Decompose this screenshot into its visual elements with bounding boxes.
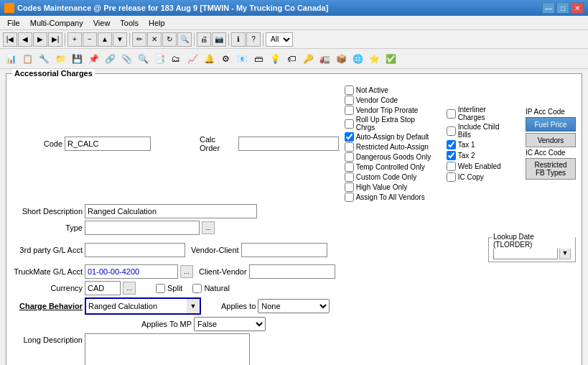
menu-tools[interactable]: Tools bbox=[116, 18, 143, 28]
info-btn[interactable]: ℹ bbox=[231, 32, 246, 47]
interliner-check[interactable] bbox=[447, 109, 456, 119]
title-bar-text: Codes Maintenance @ Pre release for 183 … bbox=[17, 4, 328, 12]
icon-20[interactable]: 🚛 bbox=[317, 51, 332, 67]
calc-order-input[interactable] bbox=[238, 137, 339, 151]
icon-4[interactable]: 📁 bbox=[52, 51, 68, 67]
code-input[interactable] bbox=[65, 137, 151, 151]
dangerous-goods-check[interactable] bbox=[345, 152, 354, 162]
icon-3[interactable]: 🔧 bbox=[36, 51, 52, 67]
icon-12[interactable]: 📈 bbox=[185, 51, 200, 67]
right-buttons-col: IP Acc Code Fuel Price Vendors IC Acc Co… bbox=[526, 108, 576, 180]
temp-controlled-check[interactable] bbox=[345, 162, 354, 172]
truckmate-gl-browse[interactable]: ... bbox=[180, 265, 193, 278]
high-value-check[interactable] bbox=[345, 182, 354, 192]
icon-24[interactable]: ✅ bbox=[383, 51, 398, 67]
type-input[interactable] bbox=[85, 221, 200, 235]
long-desc-textarea[interactable] bbox=[85, 333, 250, 365]
tax2-check[interactable] bbox=[447, 151, 456, 160]
split-label: Split bbox=[167, 284, 182, 292]
icon-16[interactable]: 🗃 bbox=[251, 51, 266, 67]
icon-2[interactable]: 📋 bbox=[19, 51, 35, 67]
third-party-gl-input[interactable] bbox=[85, 243, 185, 257]
refresh-btn[interactable]: ↻ bbox=[162, 32, 177, 47]
restricted-fb-button[interactable]: Restricted FB Types bbox=[526, 158, 576, 180]
client-vendor-input[interactable] bbox=[249, 264, 335, 279]
nav-first[interactable]: |◀ bbox=[3, 32, 17, 47]
print-btn[interactable]: 🖨 bbox=[197, 32, 211, 47]
truckmate-gl-input[interactable] bbox=[85, 264, 178, 279]
minimize-button[interactable]: — bbox=[542, 2, 555, 14]
short-desc-input[interactable] bbox=[85, 204, 257, 218]
delete-btn[interactable]: ✕ bbox=[147, 32, 162, 47]
icon-8[interactable]: 📎 bbox=[118, 51, 134, 67]
natural-check[interactable] bbox=[192, 284, 202, 293]
currency-input[interactable] bbox=[85, 281, 121, 295]
nav-prev[interactable]: ◀ bbox=[18, 32, 32, 47]
icon-10[interactable]: 📑 bbox=[151, 51, 167, 67]
assign-all-vendors-check[interactable] bbox=[345, 193, 354, 202]
applies-to-mp-select[interactable]: False bbox=[194, 317, 266, 331]
interliner-label: Interliner Charges bbox=[458, 106, 514, 121]
auto-assign-check[interactable] bbox=[345, 132, 354, 142]
include-child-check[interactable] bbox=[447, 126, 456, 136]
fuel-price-button[interactable]: Fuel Price bbox=[526, 117, 576, 131]
group-title: Accessorial Charges bbox=[12, 69, 95, 78]
vendor-code-check[interactable] bbox=[345, 96, 354, 105]
icon-14[interactable]: ⚙ bbox=[218, 51, 233, 67]
all-dropdown[interactable]: All bbox=[266, 32, 293, 47]
icon-19[interactable]: 🔑 bbox=[300, 51, 316, 67]
camera-btn[interactable]: 📷 bbox=[212, 32, 226, 47]
title-bar: Codes Maintenance @ Pre release for 183 … bbox=[0, 0, 588, 16]
icon-9[interactable]: 🔍 bbox=[135, 51, 151, 67]
vendor-trip-prorate-check[interactable] bbox=[345, 106, 354, 115]
help-btn[interactable]: ? bbox=[246, 32, 261, 47]
tax1-check[interactable] bbox=[447, 140, 456, 149]
maximize-button[interactable]: □ bbox=[556, 2, 569, 14]
icon-13[interactable]: 🔔 bbox=[201, 51, 217, 67]
restricted-auto-assign-check[interactable] bbox=[345, 142, 354, 152]
icon-6[interactable]: 📌 bbox=[85, 51, 101, 67]
icon-5[interactable]: 💾 bbox=[69, 51, 85, 67]
calc-order-label: Calc Order bbox=[200, 135, 236, 152]
charge-behavior-input[interactable] bbox=[86, 299, 187, 313]
icon-18[interactable]: 🏷 bbox=[284, 51, 299, 67]
add-btn[interactable]: + bbox=[67, 32, 82, 47]
short-desc-label: Short Description bbox=[12, 207, 83, 216]
web-enabled-check[interactable] bbox=[447, 162, 456, 171]
icon-15[interactable]: 📧 bbox=[234, 51, 250, 67]
currency-browse[interactable]: ... bbox=[123, 282, 136, 295]
app-icon bbox=[4, 3, 14, 13]
tax2-label: Tax 2 bbox=[458, 152, 475, 160]
icon-1[interactable]: 📊 bbox=[3, 51, 19, 67]
vendor-client-input[interactable] bbox=[241, 243, 327, 257]
icon-7[interactable]: 🔗 bbox=[102, 51, 118, 67]
menu-file[interactable]: File bbox=[3, 18, 24, 28]
down-btn[interactable]: ▼ bbox=[113, 32, 127, 47]
menu-help[interactable]: Help bbox=[144, 18, 169, 28]
menu-multi-company[interactable]: Multi-Company bbox=[26, 18, 88, 28]
nav-next[interactable]: ▶ bbox=[33, 32, 47, 47]
up-btn[interactable]: ▲ bbox=[98, 32, 112, 47]
charge-behavior-dropdown[interactable]: ▼ bbox=[187, 299, 200, 313]
icon-23[interactable]: ⭐ bbox=[366, 51, 382, 67]
not-active-check[interactable] bbox=[345, 86, 354, 95]
icon-21[interactable]: 📦 bbox=[333, 51, 349, 67]
icon-17[interactable]: 💡 bbox=[267, 51, 283, 67]
nav-last[interactable]: ▶| bbox=[48, 32, 62, 47]
ic-copy-check[interactable] bbox=[447, 172, 456, 182]
split-check[interactable] bbox=[156, 284, 165, 293]
vendors-button[interactable]: Vendors bbox=[526, 133, 576, 147]
custom-code-check[interactable] bbox=[345, 172, 354, 182]
close-button[interactable]: ✕ bbox=[571, 2, 584, 14]
menu-view[interactable]: View bbox=[89, 18, 115, 28]
minus-btn[interactable]: − bbox=[83, 32, 97, 47]
type-browse-icon[interactable]: ... bbox=[202, 221, 215, 234]
search-btn[interactable]: 🔍 bbox=[177, 32, 192, 47]
icon-22[interactable]: 🌐 bbox=[350, 51, 365, 67]
tax1-label: Tax 1 bbox=[458, 141, 475, 149]
lookup-date-title: Lookup Date (TLORDER) bbox=[492, 233, 575, 249]
edit-btn[interactable]: ✏ bbox=[132, 32, 146, 47]
applies-to-select[interactable]: None bbox=[258, 299, 330, 313]
icon-11[interactable]: 🗂 bbox=[168, 51, 184, 67]
roll-up-check[interactable] bbox=[345, 119, 354, 129]
